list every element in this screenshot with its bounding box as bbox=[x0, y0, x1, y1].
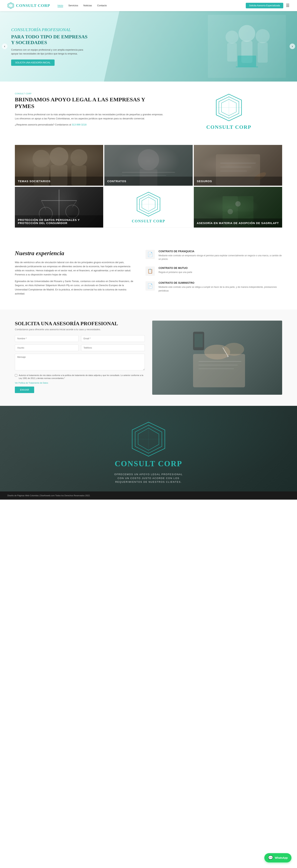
service-card-datos[interactable]: Protección de Datos Personales y Protecc… bbox=[15, 187, 103, 227]
telefono-input[interactable] bbox=[81, 344, 145, 351]
about-title: Brindamos apoyo legal a las Empresas y P… bbox=[15, 96, 164, 110]
service-card-seguros[interactable]: Seguros bbox=[194, 145, 282, 186]
experience-section: Nuestra experiencia Más de veinticinco a… bbox=[0, 239, 297, 309]
svg-point-47 bbox=[227, 209, 233, 214]
mensaje-textarea[interactable] bbox=[15, 354, 145, 370]
email-input[interactable] bbox=[81, 335, 145, 342]
experience-title: Nuestra experiencia bbox=[15, 250, 134, 257]
logo-icon bbox=[7, 2, 14, 9]
svg-point-18 bbox=[50, 147, 68, 166]
service-card-label: Seguros bbox=[194, 177, 282, 186]
exp-card-title: CONTRATO DE FRANQUICIA bbox=[159, 250, 282, 253]
checkbox-label: Autorizo el tratamiento de mis datos con… bbox=[15, 374, 145, 380]
footer-copyright: Diseño de Páginas Web Colombia | Diseñow… bbox=[7, 494, 90, 497]
footer-brand-section: CONSULT CORP Ofrecemos un apoyo legal pr… bbox=[0, 406, 297, 491]
svg-rect-10 bbox=[236, 66, 258, 67]
contact-title: Solicita una asesoría profesional bbox=[15, 320, 145, 327]
experience-text-2: Egresados de las Universidades del Rosar… bbox=[15, 279, 134, 296]
about-text-1: Somos una firma profesional con la más a… bbox=[15, 113, 164, 121]
exp-card-icon-mutuo: 📋 bbox=[145, 267, 155, 276]
nav-contacto[interactable]: Contacto bbox=[97, 4, 107, 7]
hero-title-line2: Para todo tipo de Empresas y Sociedades bbox=[11, 34, 91, 45]
about-phone-link[interactable]: 313 899 3218 bbox=[72, 123, 86, 126]
authorize-checkbox[interactable] bbox=[15, 374, 17, 377]
hero-content: Consultoría Profesional Para todo tipo d… bbox=[0, 27, 102, 66]
exp-card-icon-franquicia: 📄 bbox=[145, 250, 155, 259]
nav-servicios[interactable]: Servicios bbox=[68, 4, 78, 7]
service-card-label: Asesoría en Materia de Adopción de Sagri… bbox=[194, 218, 282, 227]
exp-card-text: Mediante este contrato una parte se obli… bbox=[159, 285, 282, 292]
svg-rect-8 bbox=[258, 42, 268, 63]
hero-section: ‹ Consultoría Profesional Para todo tipo… bbox=[0, 11, 297, 82]
nav-inicio[interactable]: Inicio bbox=[57, 4, 63, 7]
contact-image-area bbox=[152, 320, 282, 395]
svg-point-20 bbox=[71, 149, 87, 166]
hero-image bbox=[208, 15, 286, 78]
navbar-logo[interactable]: Consult Corp bbox=[7, 2, 50, 9]
services-row-2: Protección de Datos Personales y Protecc… bbox=[15, 187, 282, 227]
about-right: CONSULT CORP bbox=[176, 93, 282, 130]
hero-description: Contamos con un equipo profesional y con… bbox=[11, 48, 91, 56]
svg-rect-24 bbox=[122, 172, 175, 173]
svg-point-5 bbox=[225, 31, 239, 43]
svg-point-3 bbox=[239, 25, 255, 42]
exp-card-content-franquicia: CONTRATO DE FRANQUICIA Mediante este con… bbox=[159, 250, 282, 261]
service-card-logo: Consult Corp bbox=[104, 187, 193, 227]
svg-rect-25 bbox=[122, 175, 166, 176]
service-logo-icon bbox=[136, 191, 162, 217]
svg-point-16 bbox=[32, 150, 50, 167]
svg-line-35 bbox=[42, 200, 46, 209]
services-section: Temas Societarios Contratos bbox=[0, 141, 297, 239]
service-card-sagrilaft[interactable]: Asesoría en Materia de Adopción de Sagri… bbox=[194, 187, 282, 227]
submit-button[interactable]: ENVIAR bbox=[15, 386, 34, 393]
about-tag: CONSULT CORP bbox=[15, 93, 164, 95]
experience-right: 📄 CONTRATO DE FRANQUICIA Mediante este c… bbox=[145, 250, 282, 298]
nombre-input[interactable] bbox=[15, 335, 79, 342]
exp-card-text: Mediante este contrato un empresario oto… bbox=[159, 254, 282, 261]
experience-left: Nuestra experiencia Más de veinticinco a… bbox=[15, 250, 134, 298]
contact-subtitle: Contáctanos para ofrecerte una asesoría … bbox=[15, 328, 145, 331]
svg-rect-6 bbox=[227, 43, 237, 62]
exp-card-content-suministro: CONTRATO DE SUMINISTRO Mediante este con… bbox=[159, 281, 282, 292]
contact-image bbox=[152, 320, 282, 395]
about-left: CONSULT CORP Brindamos apoyo legal a las… bbox=[15, 93, 164, 126]
navbar-cta-button[interactable]: Solicita Asesoría Especializada bbox=[246, 3, 283, 8]
exp-card-mutuo: 📋 CONTRATO DE MUTUO Regula el préstamo q… bbox=[145, 267, 282, 276]
asunto-input[interactable] bbox=[15, 344, 79, 351]
about-contact: ¿Requieres asesoría personalizada? Contá… bbox=[15, 123, 164, 126]
exp-card-icon-suministro: 📄 bbox=[145, 281, 155, 290]
checkbox-text: Autorizo el tratamiento de mis datos con… bbox=[19, 374, 145, 380]
footer-brand-name: CONSULT CORP bbox=[115, 459, 182, 468]
service-card-label: Protección de Datos Personales y Protecc… bbox=[15, 215, 103, 227]
svg-point-46 bbox=[235, 201, 241, 207]
contact-form-area: Solicita una asesoría profesional Contác… bbox=[15, 320, 145, 395]
footer-brand-tagline: Ofrecemos un apoyo legal profesional con… bbox=[111, 472, 186, 484]
svg-point-7 bbox=[255, 29, 270, 43]
exp-card-title: CONTRATO DE MUTUO bbox=[159, 267, 192, 270]
contact-section: Solicita una asesoría profesional Contác… bbox=[0, 309, 297, 406]
about-section: CONSULT CORP Brindamos apoyo legal a las… bbox=[0, 82, 297, 141]
service-card-contratos[interactable]: Contratos bbox=[104, 145, 193, 186]
about-logo-text: CONSULT CORP bbox=[206, 124, 251, 130]
footer-logo-icon bbox=[130, 421, 167, 458]
svg-point-22 bbox=[138, 149, 159, 170]
exp-card-title: CONTRATO DE SUMINISTRO bbox=[159, 281, 282, 284]
hamburger-icon[interactable]: ☰ bbox=[286, 3, 290, 8]
footer-bottom: Diseño de Páginas Web Colombia | Diseñow… bbox=[0, 491, 297, 500]
hero-next-button[interactable]: › bbox=[290, 43, 295, 49]
services-row-1: Temas Societarios Contratos bbox=[15, 145, 282, 186]
exp-card-text: Regula el préstamo que una parte bbox=[159, 271, 192, 274]
about-logo-icon bbox=[214, 93, 244, 122]
service-card-societarios[interactable]: Temas Societarios bbox=[15, 145, 103, 186]
navbar-logo-text: Consult Corp bbox=[16, 3, 50, 8]
service-card-label: Contratos bbox=[104, 177, 193, 186]
service-logo-text: Consult Corp bbox=[132, 219, 165, 223]
contact-form: Autorizo el tratamiento de mis datos con… bbox=[15, 335, 145, 393]
experience-text-1: Más de veinticinco años de vinculación l… bbox=[15, 260, 134, 277]
contact-illustration bbox=[182, 320, 252, 395]
nav-noticias[interactable]: Noticias bbox=[83, 4, 92, 7]
form-row-1 bbox=[15, 335, 145, 342]
policy-link[interactable]: Ver Política de Tratamiento de Datos bbox=[15, 382, 145, 384]
hero-cta-button[interactable]: SOLICITA UNA ASESORÍA INICIAL bbox=[11, 60, 55, 66]
exp-card-content-mutuo: CONTRATO DE MUTUO Regula el préstamo que… bbox=[159, 267, 192, 274]
